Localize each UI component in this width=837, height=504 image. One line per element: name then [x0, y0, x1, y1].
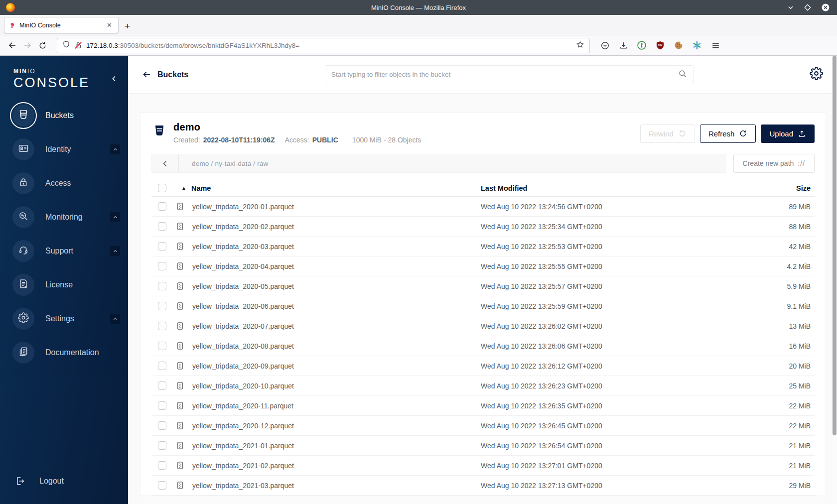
sidebar-item-logout[interactable]: Logout: [0, 470, 128, 492]
row-checkbox[interactable]: [158, 381, 166, 390]
access-icon: [18, 177, 29, 190]
parquet-file-icon: [175, 401, 192, 410]
browser-reload-icon[interactable]: [35, 38, 50, 53]
window-close-icon[interactable]: [821, 3, 830, 12]
pocket-icon[interactable]: [599, 39, 611, 51]
lock-insecure-icon[interactable]: [74, 41, 82, 49]
refresh-button[interactable]: Refresh: [700, 125, 756, 143]
column-last-modified[interactable]: Last Modified: [481, 184, 760, 192]
sidebar-item[interactable]: Settings: [0, 302, 128, 336]
table-row[interactable]: yellow_tripdata_2021-02.parquet Wed Aug …: [151, 456, 815, 476]
chevron-up-icon[interactable]: [110, 246, 120, 256]
table-row[interactable]: yellow_tripdata_2020-01.parquet Wed Aug …: [151, 197, 815, 217]
cookie-icon[interactable]: [673, 39, 685, 51]
table-row[interactable]: yellow_tripdata_2020-05.parquet Wed Aug …: [151, 276, 815, 296]
row-checkbox[interactable]: [158, 342, 166, 350]
scrollbar-thumb[interactable]: [833, 56, 837, 435]
row-checkbox[interactable]: [158, 302, 166, 310]
table-row[interactable]: yellow_tripdata_2020-12.parquet Wed Aug …: [151, 416, 815, 436]
asterisk-extension-icon[interactable]: [691, 39, 703, 51]
table-row[interactable]: yellow_tripdata_2020-06.parquet Wed Aug …: [151, 296, 815, 316]
sidebar-item[interactable]: Monitoring: [0, 200, 128, 234]
chevron-up-icon[interactable]: [110, 314, 120, 324]
tab-minio-console[interactable]: MinIO Console ✕: [4, 17, 119, 33]
search-input[interactable]: [331, 71, 678, 78]
sidebar-item[interactable]: Buckets: [0, 99, 128, 132]
table-row[interactable]: yellow_tripdata_2020-07.parquet Wed Aug …: [151, 316, 815, 336]
download-icon[interactable]: [617, 39, 629, 51]
sidebar-item[interactable]: Identity: [0, 132, 128, 166]
sidebar-item-label: Documentation: [45, 348, 110, 357]
object-size: 9.1 MiB: [760, 302, 815, 310]
row-checkbox[interactable]: [158, 262, 166, 270]
settings-icon: [18, 312, 29, 325]
parquet-file-icon: [175, 222, 192, 231]
settings-gear-icon[interactable]: [810, 67, 823, 82]
sidebar-item[interactable]: Documentation: [0, 336, 128, 370]
row-checkbox[interactable]: [158, 441, 166, 450]
row-checkbox[interactable]: [158, 282, 166, 290]
filter-objects-searchbox[interactable]: [325, 65, 694, 84]
object-size: 88 MiB: [760, 223, 815, 231]
sidebar-item[interactable]: License: [0, 268, 128, 302]
column-size[interactable]: Size: [760, 184, 815, 192]
access-label: Access:: [285, 136, 309, 144]
sort-asc-icon[interactable]: ▲: [181, 185, 186, 191]
tab-title: MinIO Console: [19, 22, 101, 29]
table-row[interactable]: yellow_tripdata_2020-02.parquet Wed Aug …: [151, 217, 815, 237]
sidebar-item[interactable]: Access: [0, 166, 128, 200]
sidebar-item[interactable]: Support: [0, 234, 128, 268]
parquet-file-icon: [175, 281, 192, 291]
rewind-button[interactable]: Rewind: [640, 125, 695, 143]
extension-green-icon[interactable]: [636, 39, 648, 51]
row-checkbox[interactable]: [158, 202, 166, 211]
page-scrollbar[interactable]: [832, 56, 837, 504]
sidebar-collapse-icon[interactable]: [110, 75, 118, 85]
object-name: yellow_tripdata_2020-07.parquet: [192, 322, 481, 330]
table-row[interactable]: yellow_tripdata_2020-04.parquet Wed Aug …: [151, 256, 815, 276]
table-row[interactable]: yellow_tripdata_2021-03.parquet Wed Aug …: [151, 476, 815, 496]
ublock-shield-icon[interactable]: UO: [654, 39, 666, 51]
column-name[interactable]: Name: [191, 184, 211, 192]
row-checkbox[interactable]: [158, 401, 166, 410]
upload-button[interactable]: Upload: [761, 125, 815, 143]
browser-forward-icon[interactable]: [20, 38, 35, 53]
bookmark-star-icon[interactable]: [576, 40, 584, 51]
window-maximize-icon[interactable]: [804, 4, 811, 11]
row-checkbox[interactable]: [158, 362, 166, 370]
url-host: 172.18.0.3: [86, 42, 118, 49]
current-path[interactable]: demo / ny-taxi-data / raw: [179, 160, 269, 167]
chevron-up-icon[interactable]: [110, 144, 120, 154]
window-minimize-icon[interactable]: [787, 4, 794, 11]
access-value: PUBLIC: [312, 136, 338, 144]
tab-close-icon[interactable]: ✕: [105, 20, 114, 30]
path-back-chevron-icon[interactable]: [152, 154, 179, 172]
table-row[interactable]: yellow_tripdata_2020-10.parquet Wed Aug …: [151, 376, 815, 396]
object-size: 13 MiB: [760, 322, 815, 330]
select-all-checkbox[interactable]: [158, 184, 166, 192]
menu-hamburger-icon[interactable]: [709, 39, 721, 51]
chevron-up-icon[interactable]: [110, 212, 120, 222]
row-checkbox[interactable]: [158, 242, 166, 251]
table-row[interactable]: yellow_tripdata_2021-01.parquet Wed Aug …: [151, 436, 815, 456]
object-name: yellow_tripdata_2020-06.parquet: [192, 302, 481, 310]
sidebar: MINIO CONSOLE Buckets Identity: [0, 56, 128, 504]
object-name: yellow_tripdata_2020-03.parquet: [192, 243, 481, 251]
url-bar[interactable]: 172.18.0.3:30503/buckets/demo/browse/bnk…: [57, 38, 590, 53]
row-checkbox[interactable]: [158, 461, 166, 470]
tab-strip: MinIO Console ✕ +: [0, 15, 837, 35]
create-new-path-button[interactable]: Create new path ://: [733, 154, 815, 173]
table-row[interactable]: yellow_tripdata_2020-08.parquet Wed Aug …: [151, 336, 815, 356]
browser-back-icon[interactable]: [5, 38, 20, 53]
object-modified: Wed Aug 10 2022 13:26:12 GMT+0200: [481, 362, 760, 370]
row-checkbox[interactable]: [158, 222, 166, 231]
row-checkbox[interactable]: [158, 322, 166, 330]
new-tab-button[interactable]: +: [119, 21, 136, 35]
back-to-buckets[interactable]: Buckets: [142, 70, 188, 79]
table-row[interactable]: yellow_tripdata_2020-11.parquet Wed Aug …: [151, 396, 815, 416]
row-checkbox[interactable]: [158, 481, 166, 490]
tracking-shield-icon[interactable]: [62, 40, 70, 50]
table-row[interactable]: yellow_tripdata_2020-03.parquet Wed Aug …: [151, 237, 815, 256]
row-checkbox[interactable]: [158, 421, 166, 430]
table-row[interactable]: yellow_tripdata_2020-09.parquet Wed Aug …: [151, 356, 815, 376]
